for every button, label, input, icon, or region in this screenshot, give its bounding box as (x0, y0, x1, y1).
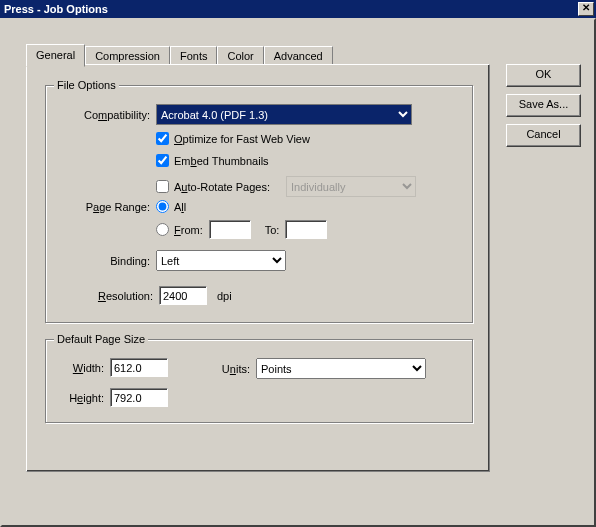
page-range-to-input[interactable] (285, 220, 327, 239)
units-select[interactable]: Points (256, 358, 426, 379)
tab-general[interactable]: General (26, 44, 85, 67)
embed-label: Embed Thumbnails (174, 155, 269, 167)
width-label: Width: (66, 362, 104, 374)
dialog-client: General Compression Fonts Color Advanced… (0, 18, 596, 527)
resolution-label: Resolution: (93, 290, 153, 302)
optimize-checkbox[interactable] (156, 132, 169, 145)
resolution-unit: dpi (217, 290, 232, 302)
page-range-from-label: From: (174, 224, 203, 236)
cancel-button[interactable]: Cancel (506, 124, 581, 147)
resolution-input[interactable] (159, 286, 207, 305)
save-as-button[interactable]: Save As... (506, 94, 581, 117)
compatibility-label: Compatibility: (72, 109, 150, 121)
page-range-from-input[interactable] (209, 220, 251, 239)
units-label: Units: (214, 363, 250, 375)
tabstrip: General Compression Fonts Color Advanced (26, 44, 333, 66)
page-range-all-radio[interactable] (156, 200, 169, 213)
optimize-label: Optimize for Fast Web View (174, 133, 310, 145)
group-file-options-title: File Options (54, 79, 119, 91)
page-range-from-radio[interactable] (156, 223, 169, 236)
close-icon[interactable]: ✕ (578, 2, 594, 16)
ok-button[interactable]: OK (506, 64, 581, 87)
height-label: Height: (66, 392, 104, 404)
width-input[interactable] (110, 358, 168, 377)
compatibility-select[interactable]: Acrobat 4.0 (PDF 1.3) (156, 104, 412, 125)
group-page-size-title: Default Page Size (54, 333, 148, 345)
group-file-options: File Options Compatibility: Acrobat 4.0 … (45, 85, 473, 323)
binding-label: Binding: (108, 255, 150, 267)
tabpanel-general: File Options Compatibility: Acrobat 4.0 … (26, 64, 490, 472)
page-range-all-label: All (174, 201, 186, 213)
page-range-label: Page Range: (79, 201, 150, 213)
embed-checkbox[interactable] (156, 154, 169, 167)
autorotate-label: Auto-Rotate Pages: (174, 181, 270, 193)
titlebar: Press - Job Options ✕ (0, 0, 596, 18)
autorotate-checkbox[interactable] (156, 180, 169, 193)
window-title: Press - Job Options (4, 3, 108, 15)
group-page-size: Default Page Size Width: Units: Points H… (45, 339, 473, 423)
binding-select[interactable]: Left (156, 250, 286, 271)
autorotate-select: Individually (286, 176, 416, 197)
page-range-to-label: To: (265, 224, 280, 236)
height-input[interactable] (110, 388, 168, 407)
